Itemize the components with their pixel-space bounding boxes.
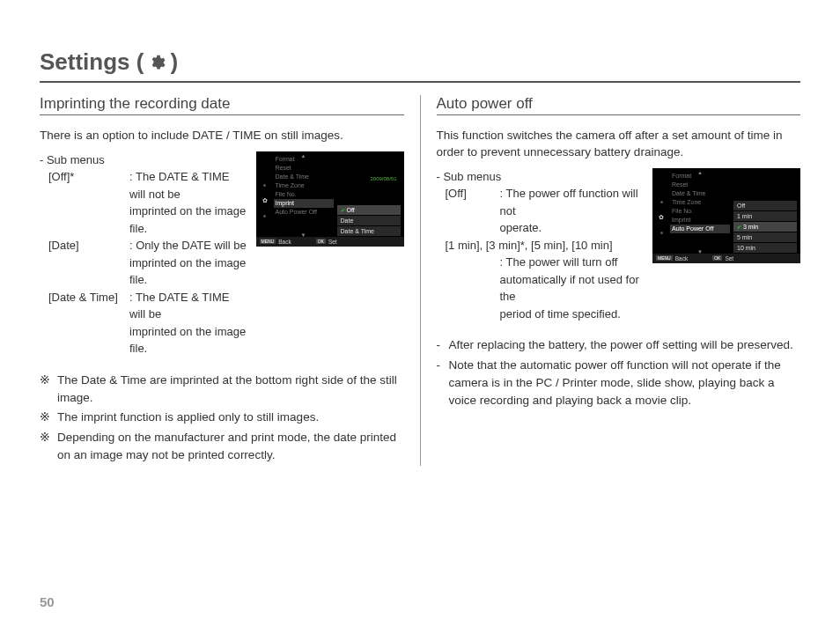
submenu-desc: : The power will turn off: [500, 254, 645, 271]
notes-imprinting: ※ The Date & Time are imprinted at the b…: [40, 372, 404, 464]
cam-option-selected: 3 min: [733, 222, 797, 232]
submenu-desc: period of time specified.: [500, 306, 645, 323]
column-imprinting: Imprinting the recording date There is a…: [40, 95, 421, 466]
cam-option: Date: [337, 216, 401, 225]
dash-icon: -: [437, 357, 449, 410]
cam-right-panel: Off 1 min 3 min 5 min 10 min: [733, 172, 797, 263]
submenu-desc: : The DATE & TIME will not be: [129, 168, 247, 203]
submenu-key: [48, 203, 129, 237]
submenu-row: imprinted on the image file.: [48, 203, 247, 237]
submenu-label: - Sub menus: [40, 151, 247, 169]
submenu-row: operate.: [446, 219, 645, 237]
submenu-key: [446, 219, 500, 237]
cam-footer-back: MENU Back: [260, 239, 291, 245]
column-autopoweroff: Auto power off This function switches th…: [421, 95, 801, 466]
note-body: The Date & Time are imprinted at the bot…: [57, 372, 404, 408]
reference-mark-icon: ※: [40, 429, 57, 465]
submenu-key-list: [1 min], [3 min]*, [5 min], [10 min]: [446, 237, 645, 254]
cam-footer-set-label: Set: [328, 239, 337, 245]
submenu-key: [Off]*: [48, 168, 129, 203]
menu-button-icon: MENU: [260, 239, 276, 244]
submenu-row: [Date & Time] : The DATE & TIME will be: [48, 289, 247, 323]
intro-autopoweroff: This function switches the camera off af…: [437, 128, 801, 161]
cam-option: 10 min: [733, 243, 797, 253]
chevron-up-icon: ▲: [697, 170, 703, 175]
submenu-text: - Sub menus [Off] : The power off functi…: [437, 168, 645, 323]
cam-menu-item: Imprint: [670, 216, 730, 225]
cam-menu-item-active: Imprint: [274, 199, 334, 208]
submenu-block-imprinting: - Sub menus [Off]* : The DATE & TIME wil…: [40, 151, 404, 358]
page-number: 50: [40, 594, 55, 609]
cam-options: Off 1 min 3 min 5 min 10 min: [733, 201, 797, 253]
note-body: The imprint function is applied only to …: [57, 409, 404, 426]
dot-icon: [660, 232, 663, 234]
submenu-row: imprinted on the image file.: [48, 254, 247, 289]
note-body: After replacing the battery, the power o…: [449, 336, 801, 354]
submenu-desc: imprinted on the image file.: [129, 203, 247, 237]
cam-menu-item: Reset: [670, 181, 730, 189]
reference-mark-icon: ※: [40, 409, 57, 426]
submenu-row: [Off] : The power off function will not: [446, 185, 645, 219]
note-line: ※ The imprint function is applied only t…: [40, 409, 404, 426]
section-heading-imprinting: Imprinting the recording date: [40, 95, 404, 115]
submenu-key: [48, 323, 129, 358]
cam-menu-item: Date & Time: [670, 189, 730, 198]
submenu-desc: : Only the DATE will be: [129, 237, 247, 254]
cam-menu-item: Auto Power Off: [274, 208, 334, 217]
ok-button-icon: OK: [316, 239, 326, 244]
cam-menu-item: Reset: [274, 164, 334, 173]
reference-mark-icon: ※: [40, 372, 57, 408]
submenu-block-autopoweroff: - Sub menus [Off] : The power off functi…: [437, 168, 801, 323]
cam-options: Off Date Date & Time: [337, 205, 401, 236]
cam-footer-set-label: Set: [725, 255, 733, 262]
note-line: - After replacing the battery, the power…: [437, 336, 801, 354]
note-line: - Note that the automatic power off func…: [437, 357, 801, 410]
gear-icon: [147, 53, 166, 72]
chevron-up-icon: ▲: [301, 153, 306, 158]
submenu-desc: automatically if not used for the: [500, 271, 645, 306]
cam-footer-set: OK Set: [712, 255, 733, 262]
menu-button-icon: MENU: [656, 255, 673, 261]
submenu-desc: imprinted on the image file.: [129, 254, 247, 289]
cam-footer: MENU Back OK Set: [256, 237, 404, 247]
cam-menu-item: File No.: [274, 190, 334, 199]
dot-icon: [263, 215, 266, 217]
submenu-text: - Sub menus [Off]* : The DATE & TIME wil…: [40, 151, 247, 358]
note-line: ※ Depending on the manufacturer and prin…: [40, 429, 404, 465]
cam-option: 5 min: [733, 232, 797, 242]
intro-imprinting: There is an option to include DATE / TIM…: [40, 128, 404, 144]
dot-icon: [263, 184, 266, 187]
cam-menu-item: Time Zone: [274, 181, 334, 190]
submenu-desc: imprinted on the image file.: [129, 323, 247, 358]
dash-icon: -: [437, 336, 449, 354]
cam-menu-item: Time Zone: [670, 198, 730, 207]
cam-option: Date & Time: [337, 226, 401, 236]
ok-button-icon: OK: [712, 255, 722, 261]
cam-sidebar: ✿: [656, 172, 667, 263]
notes-autopoweroff: - After replacing the battery, the power…: [437, 336, 801, 409]
cam-option: Off: [733, 201, 797, 210]
cam-footer-back: MENU Back: [656, 255, 688, 262]
note-body: Note that the automatic power off functi…: [449, 357, 801, 410]
dot-icon: [660, 201, 663, 203]
cam-option: 1 min: [733, 211, 797, 221]
cam-right-panel: 2009/08/01 Off Date Date & Time: [337, 155, 401, 247]
submenu-key: [Date]: [48, 237, 129, 254]
gear-icon: ✿: [659, 214, 664, 221]
note-body: Depending on the manufacturer and print …: [57, 429, 404, 465]
title-suffix: ): [170, 48, 178, 76]
submenu-row: [Off]* : The DATE & TIME will not be: [48, 168, 247, 203]
submenu-key: [48, 254, 129, 289]
submenu-desc: operate.: [500, 219, 645, 237]
page-title: Settings ( ): [40, 48, 800, 83]
submenu-desc: : The DATE & TIME will be: [129, 289, 247, 323]
cam-option-selected: Off: [337, 205, 401, 215]
cam-date-hint: 2009/08/01: [370, 176, 396, 181]
submenu-label: - Sub menus: [437, 168, 645, 186]
cam-menu: ▲ Format Reset Date & Time Time Zone Fil…: [670, 172, 730, 263]
submenu-row: imprinted on the image file.: [48, 323, 247, 358]
cam-footer-back-label: Back: [675, 255, 688, 262]
section-heading-autopoweroff: Auto power off: [437, 95, 801, 115]
cam-footer: MENU Back OK Set: [652, 254, 800, 263]
submenu-key: [Off]: [446, 185, 500, 219]
